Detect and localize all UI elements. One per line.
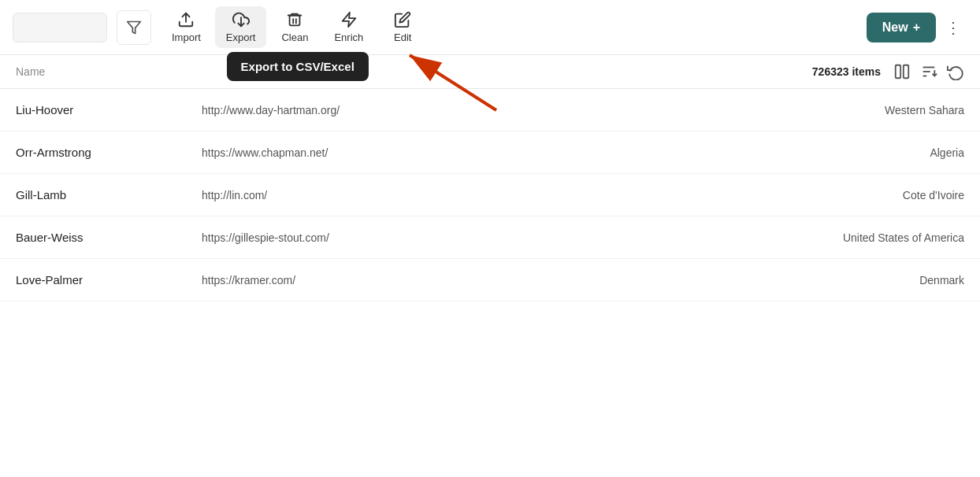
row-url: http://lin.com/ (202, 189, 763, 202)
new-label: New (882, 20, 908, 35)
header-icons (893, 63, 964, 80)
filter-button[interactable] (117, 10, 151, 45)
row-name: Bauer-Weiss (16, 231, 189, 244)
row-url: https://gillespie-stout.com/ (202, 231, 763, 244)
sort-icon (920, 63, 937, 80)
row-country: United States of America (775, 231, 964, 244)
edit-button[interactable]: Edit (377, 6, 428, 48)
table-row[interactable]: Orr-Armstrong https://www.chapman.net/ A… (0, 131, 980, 174)
clean-icon (286, 11, 303, 28)
toolbar: Import Export Export to CSV/Excel Clean (0, 0, 980, 55)
export-label: Export (226, 31, 256, 43)
svg-rect-9 (904, 65, 908, 79)
svg-rect-8 (896, 65, 900, 79)
more-options-button[interactable]: ⋮ (939, 13, 967, 42)
row-name: Liu-Hoover (16, 103, 189, 116)
export-icon (232, 11, 250, 28)
import-label: Import (172, 31, 201, 43)
filter-icon (126, 20, 142, 35)
row-url: https://www.chapman.net/ (202, 146, 763, 159)
row-name: Gill-Lamb (16, 188, 189, 202)
export-button[interactable]: Export (215, 6, 267, 48)
table-body: Liu-Hoover http://www.day-hartman.org/ W… (0, 89, 980, 301)
row-url: https://kramer.com/ (202, 274, 763, 287)
row-name: Orr-Armstrong (16, 146, 189, 159)
items-count: 726323 items (812, 65, 881, 78)
table-row[interactable]: Love-Palmer https://kramer.com/ Denmark (0, 259, 980, 301)
sort-button[interactable] (920, 63, 937, 80)
enrich-button[interactable]: Enrich (323, 6, 374, 48)
search-box[interactable] (13, 13, 107, 43)
import-button[interactable]: Import (161, 6, 212, 48)
row-country: Algeria (775, 146, 964, 159)
export-tooltip: Export to CSV/Excel (227, 52, 369, 81)
columns-icon (893, 63, 911, 80)
new-button[interactable]: New + (867, 13, 936, 43)
columns-toggle-button[interactable] (893, 63, 911, 80)
svg-rect-3 (290, 16, 300, 26)
import-icon (177, 11, 195, 28)
enrich-icon (340, 11, 358, 28)
history-icon (947, 63, 964, 80)
svg-marker-0 (128, 21, 141, 33)
row-url: http://www.day-hartman.org/ (202, 104, 763, 116)
more-icon: ⋮ (945, 18, 961, 37)
row-country: Denmark (775, 274, 964, 287)
history-button[interactable] (947, 63, 964, 80)
row-country: Western Sahara (775, 104, 964, 116)
clean-button[interactable]: Clean (269, 6, 320, 48)
edit-label: Edit (394, 31, 411, 43)
table-row[interactable]: Liu-Hoover http://www.day-hartman.org/ W… (0, 89, 980, 131)
edit-icon (394, 11, 411, 28)
table-header: Name 726323 items (0, 55, 980, 89)
row-country: Cote d'Ivoire (775, 189, 964, 202)
export-wrapper: Export Export to CSV/Excel (215, 6, 267, 48)
clean-label: Clean (281, 31, 308, 43)
table-row[interactable]: Gill-Lamb http://lin.com/ Cote d'Ivoire (0, 174, 980, 216)
enrich-label: Enrich (334, 31, 363, 43)
row-name: Love-Palmer (16, 273, 189, 287)
new-plus: + (913, 20, 920, 35)
table-row[interactable]: Bauer-Weiss https://gillespie-stout.com/… (0, 216, 980, 259)
name-column-header: Name (16, 65, 800, 78)
